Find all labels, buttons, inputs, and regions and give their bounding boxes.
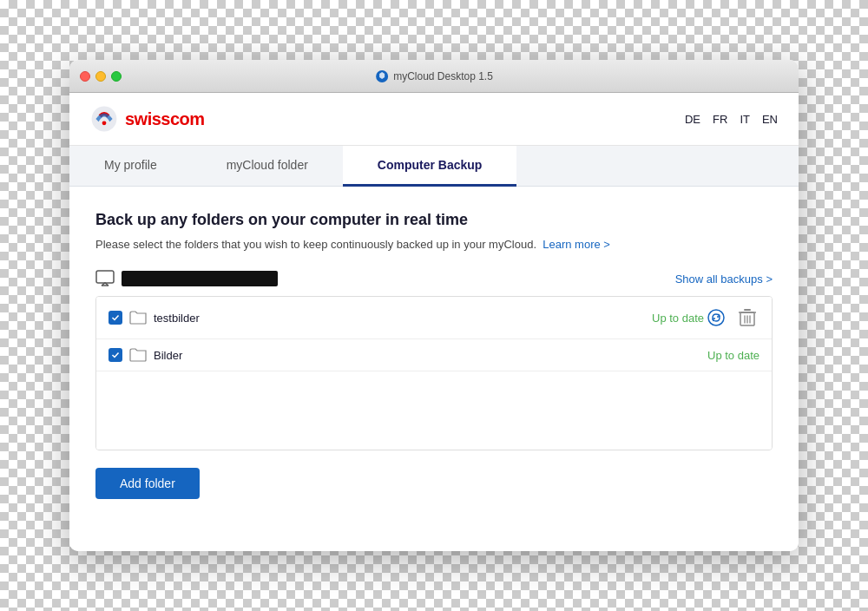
svg-point-2 (102, 121, 107, 125)
close-button[interactable] (80, 71, 90, 82)
folder-status-1: Up to date (673, 349, 760, 362)
window-title-text: myCloud Desktop 1.5 (393, 70, 493, 82)
folder-checkbox-1[interactable] (108, 348, 122, 362)
page-subtext: Please select the folders that you wish … (95, 238, 773, 251)
lang-fr[interactable]: FR (713, 113, 727, 126)
tab-computer-backup[interactable]: Computer Backup (343, 146, 517, 187)
computer-name (122, 271, 278, 286)
folder-checkbox-0[interactable] (108, 311, 122, 325)
add-folder-button[interactable]: Add folder (95, 468, 200, 499)
language-switcher: DE FR IT EN (685, 113, 778, 126)
folder-name-0: testbilder (154, 312, 617, 325)
window-title: myCloud Desktop 1.5 (375, 69, 493, 83)
show-all-backups-link[interactable]: Show all backups > (675, 273, 773, 286)
traffic-lights (80, 71, 122, 82)
logo-text: swisscom (125, 109, 205, 129)
main-content: Back up any folders on your computer in … (69, 187, 799, 551)
computer-row: Show all backups > (95, 270, 773, 287)
folder-list: testbilder Up to date (95, 296, 773, 450)
folder-actions-0 (704, 306, 760, 330)
app-window: myCloud Desktop 1.5 swisscom DE (69, 60, 799, 551)
folder-row: Bilder Up to date (96, 339, 772, 371)
empty-area (96, 371, 772, 450)
page-heading: Back up any folders on your computer in … (95, 211, 773, 229)
lang-en[interactable]: EN (762, 113, 778, 126)
delete-button-0[interactable] (735, 306, 760, 330)
swisscom-logo-icon (90, 105, 118, 133)
svg-point-5 (708, 310, 724, 325)
tab-bar: My profile myCloud folder Computer Backu… (69, 146, 799, 187)
folder-name-1: Bilder (154, 349, 673, 362)
folder-status-0: Up to date (617, 312, 704, 325)
learn-more-link[interactable]: Learn more > (542, 238, 610, 251)
svg-rect-3 (96, 271, 114, 283)
folder-icon-1 (129, 348, 147, 362)
computer-info (95, 270, 278, 287)
app-header: swisscom DE FR IT EN (69, 93, 799, 146)
monitor-icon (95, 270, 115, 287)
maximize-button[interactable] (111, 71, 122, 82)
folder-row: testbilder Up to date (96, 297, 772, 339)
logo: swisscom (90, 105, 205, 133)
minimize-button[interactable] (95, 71, 106, 82)
app-icon (375, 69, 389, 83)
restore-button-0[interactable] (704, 306, 728, 330)
tab-my-profile[interactable]: My profile (69, 146, 192, 187)
lang-de[interactable]: DE (685, 113, 700, 126)
svg-point-1 (92, 107, 117, 132)
folder-icon-0 (129, 311, 147, 325)
tab-mycloud-folder[interactable]: myCloud folder (192, 146, 343, 187)
title-bar: myCloud Desktop 1.5 (69, 60, 799, 93)
lang-it[interactable]: IT (740, 113, 750, 126)
